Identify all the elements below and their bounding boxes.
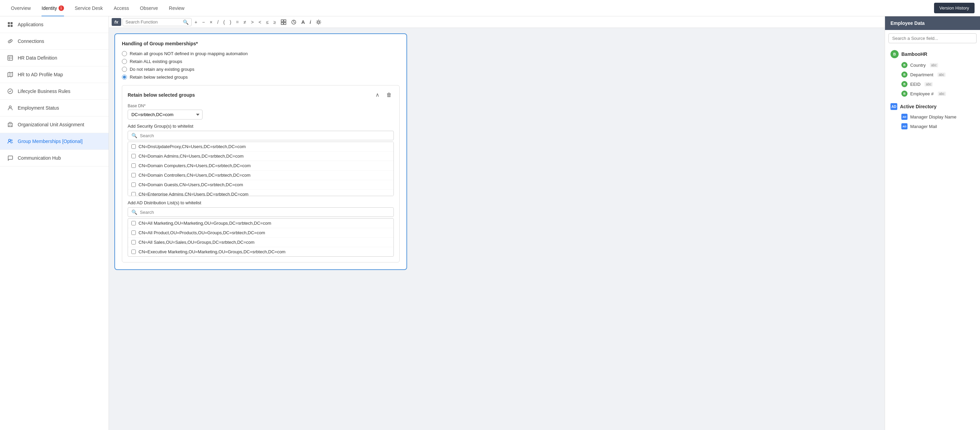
clock-icon[interactable] (290, 18, 298, 26)
radio-retain-all[interactable]: Retain ALL existing groups (122, 59, 399, 64)
list-item[interactable]: CN=All Marketing,OU=Marketing,OU=Groups,… (128, 218, 393, 228)
version-history-button[interactable]: Version History (934, 3, 975, 13)
field-eeid[interactable]: B EEID abc (888, 79, 977, 89)
formula-input[interactable] (126, 19, 183, 24)
nav-review[interactable]: Review (163, 0, 190, 16)
checkbox-input[interactable] (131, 221, 136, 225)
main-card: Handling of Group memberships* Retain al… (115, 33, 407, 270)
svg-rect-4 (8, 56, 13, 60)
gte-icon[interactable]: ≥ (272, 18, 278, 26)
grid-view-icon[interactable] (279, 18, 288, 26)
checkbox-input[interactable] (131, 183, 136, 187)
sub-card-actions: ∧ 🗑 (374, 91, 394, 99)
radio-input-do-not-retain[interactable] (122, 67, 127, 72)
radio-retain-below[interactable]: Retain below selected groups (122, 75, 399, 80)
security-search-input[interactable] (140, 133, 390, 138)
list-item[interactable]: CN=Domain Admins,CN=Users,DC=srbtech,DC=… (128, 151, 393, 161)
svg-point-16 (11, 140, 12, 141)
field-department[interactable]: B Department abc (888, 70, 977, 79)
sidebar-item-hr-to-ad-profile-map[interactable]: HR to AD Profile Map (0, 66, 108, 83)
field-manager-display-name[interactable]: AD Manager Display Name (888, 112, 977, 121)
list-item[interactable]: CN=Enterprise Admins,CN=Users,DC=srbtech… (128, 190, 393, 196)
sidebar-item-org-unit-assignment[interactable]: Organizational Unit Assignment (0, 116, 108, 133)
nav-identity[interactable]: Identity 1 (36, 0, 69, 16)
text-icon[interactable]: A (299, 18, 307, 26)
sidebar-item-lifecycle-business-rules[interactable]: Lifecycle Business Rules (0, 83, 108, 100)
less-than-icon[interactable]: < (257, 18, 263, 26)
radio-input-retain-below[interactable] (122, 75, 127, 80)
delete-button[interactable]: 🗑 (384, 91, 394, 99)
source-search-input[interactable] (888, 33, 977, 43)
sidebar-item-communication-hub[interactable]: Communication Hub (0, 150, 108, 167)
list-item[interactable]: CN=DnsUpdateProxy,CN=Users,DC=srbtech,DC… (128, 142, 393, 151)
list-item[interactable]: CN=Domain Guests,CN=Users,DC=srbtech,DC=… (128, 180, 393, 190)
building-icon (7, 121, 14, 128)
sidebar: Applications Connections HR Data Definit… (0, 16, 109, 430)
formula-toolbar: fx 🔍 + − × / ( ) = ≠ > < ≤ ≥ A i (109, 16, 885, 28)
fx-button[interactable]: fx (111, 18, 121, 26)
grid-icon (7, 21, 14, 28)
bamboo-field-badge: B (901, 91, 907, 97)
plus-icon[interactable]: + (193, 18, 199, 26)
nav-service-desk[interactable]: Service Desk (70, 0, 108, 16)
list-item[interactable]: CN=Domain Controllers,CN=Users,DC=srbtec… (128, 170, 393, 180)
list-item[interactable]: CN=All Sales,OU=Sales,OU=Groups,DC=srbte… (128, 237, 393, 247)
sidebar-item-connections[interactable]: Connections (0, 33, 108, 50)
checkbox-input[interactable] (131, 154, 136, 158)
settings-icon[interactable] (314, 18, 323, 26)
nav-observe[interactable]: Observe (134, 0, 163, 16)
checkbox-input[interactable] (131, 173, 136, 177)
not-equals-icon[interactable]: ≠ (242, 18, 248, 26)
sidebar-item-employment-status[interactable]: Employment Status (0, 100, 108, 116)
link-icon (7, 38, 14, 45)
field-manager-mail[interactable]: AD Manager Mail (888, 121, 977, 131)
ad-icon: AD (891, 103, 897, 110)
checkbox-input[interactable] (131, 231, 136, 235)
sidebar-item-applications[interactable]: Applications (0, 16, 108, 33)
users-icon (7, 138, 14, 145)
checkbox-input[interactable] (131, 163, 136, 168)
nav-access[interactable]: Access (108, 0, 134, 16)
nav-overview[interactable]: Overview (5, 0, 36, 16)
svg-rect-20 (284, 22, 286, 24)
checkbox-input[interactable] (131, 192, 136, 196)
open-paren-icon[interactable]: ( (221, 18, 227, 26)
svg-rect-2 (8, 25, 10, 27)
formula-input-wrap: 🔍 (123, 18, 192, 26)
bamboo-field-badge: B (901, 81, 907, 87)
checkbox-input[interactable] (131, 250, 136, 254)
radio-do-not-retain[interactable]: Do not retain any existing groups (122, 67, 399, 72)
radio-retain-not-defined[interactable]: Retain all groups NOT defined in group m… (122, 51, 399, 56)
sidebar-item-group-memberships[interactable]: Group Memberships [Optional] (0, 133, 108, 150)
table-icon (7, 54, 14, 61)
list-item[interactable]: CN=Domain Computers,CN=Users,DC=srbtech,… (128, 161, 393, 170)
checkbox-input[interactable] (131, 144, 136, 149)
close-paren-icon[interactable]: ) (228, 18, 233, 26)
svg-point-12 (9, 106, 11, 108)
checkbox-input[interactable] (131, 240, 136, 244)
info-icon[interactable]: i (308, 18, 313, 26)
greater-than-icon[interactable]: > (249, 18, 255, 26)
sub-card: Retain below selected groups ∧ 🗑 Base DN… (122, 85, 399, 263)
list-item[interactable]: CN=Executive Marketing,OU=Marketing,OU=G… (128, 247, 393, 256)
ad-field-icon: AD (901, 114, 907, 120)
radio-input-retain-not-defined[interactable] (122, 51, 127, 56)
field-employee-num[interactable]: B Employee # abc (888, 89, 977, 99)
rules-icon (7, 88, 14, 95)
distribution-search-input[interactable] (140, 210, 390, 215)
list-item[interactable]: CN=All Product,OU=Products,OU=Groups,DC=… (128, 228, 393, 237)
field-country[interactable]: B Country abc (888, 60, 977, 70)
divide-icon[interactable]: / (215, 18, 220, 26)
bamboo-field-badge: B (901, 62, 907, 68)
add-security-label: Add Security Group(s) to whitelist (128, 124, 394, 129)
sidebar-item-hr-data-definition[interactable]: HR Data Definition (0, 50, 108, 66)
lte-icon[interactable]: ≤ (264, 18, 270, 26)
base-dn-select[interactable]: DC=srbtech,DC=com (128, 110, 202, 119)
minus-icon[interactable]: − (200, 18, 207, 26)
svg-point-22 (318, 21, 320, 23)
multiply-icon[interactable]: × (208, 18, 214, 26)
radio-input-retain-all[interactable] (122, 59, 127, 64)
equals-icon[interactable]: = (234, 18, 240, 26)
bamboo-label: B BambooHR (888, 48, 977, 60)
collapse-button[interactable]: ∧ (374, 91, 382, 99)
